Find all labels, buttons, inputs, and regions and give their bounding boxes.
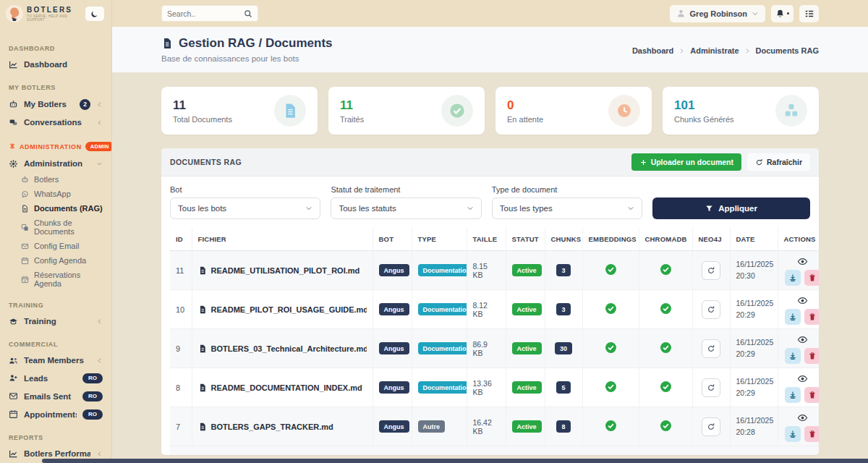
neo4j-sync-button[interactable]: [702, 300, 720, 319]
status-badge: Active: [512, 303, 542, 315]
cell-file[interactable]: README_PILOT_ROI_USAGE_GUIDE.md: [198, 305, 367, 314]
refresh-button[interactable]: Rafraîchir: [747, 153, 810, 171]
chevron-down-icon: [467, 205, 474, 212]
filter-select-statut-de-traitement[interactable]: Tous les statuts: [331, 197, 481, 219]
chunks-badge: 5: [556, 381, 570, 394]
table-row: 10README_PILOT_ROI_USAGE_GUIDE.mdAngusDo…: [170, 290, 819, 329]
brand-logo[interactable]: BOTLERS TO SERVE, HELP AND SUPPORT: [6, 5, 85, 22]
filter-select-bot[interactable]: Tous les bots: [170, 197, 320, 219]
panel-actions: Uploader un document Rafraîchir: [631, 153, 810, 171]
download-button[interactable]: [785, 270, 801, 286]
file-name: README_UTILISATION_PILOT_ROI.md: [211, 266, 360, 275]
breadcrumb-dashboard[interactable]: Dashboard: [632, 46, 673, 55]
cell-file[interactable]: README_UTILISATION_PILOT_ROI.md: [198, 266, 367, 275]
sidebar-item-appointments[interactable]: AppointmentsRO: [0, 405, 111, 423]
view-button[interactable]: [796, 294, 809, 307]
check-circle-icon: [605, 341, 617, 354]
calendar-icon: [9, 409, 18, 419]
download-button[interactable]: [785, 309, 801, 325]
view-button[interactable]: [796, 334, 809, 346]
apply-filters-button[interactable]: Appliquer: [652, 197, 810, 219]
cell-size: 16.42 KB: [467, 407, 506, 446]
delete-button[interactable]: [804, 348, 819, 364]
filter-statut-de-traitement: Statut de traitementTous les statuts: [331, 185, 481, 219]
view-button[interactable]: [796, 373, 809, 385]
sidebar-item-training[interactable]: Training: [0, 313, 111, 330]
sidebar-section-label: ADMINISTRATIONADMIN: [0, 136, 111, 155]
breadcrumb: Dashboard Administrate Documents RAG: [632, 46, 819, 55]
cell-file[interactable]: BOTLERS_GAPS_TRACKER.md: [198, 422, 367, 431]
sidebar-item-dashboard[interactable]: Dashboard: [0, 56, 111, 73]
upload-document-button[interactable]: Uploader un document: [631, 153, 741, 171]
sidebar-subitem-label: Réservations Agenda: [34, 271, 103, 288]
sidebar-item-label: Emails Sent: [24, 392, 77, 401]
sidebar-item-my-botlers[interactable]: My Botlers2: [0, 95, 111, 114]
cell-type: Documentation: [412, 251, 467, 290]
filter-value: Tous les bots: [178, 204, 226, 213]
cell-status: Active: [506, 290, 545, 329]
notifications-button[interactable]: [771, 5, 793, 22]
cell-bot: Angus: [373, 329, 412, 368]
neo4j-sync-button[interactable]: [702, 378, 720, 397]
horizontal-scrollbar[interactable]: [42, 459, 868, 463]
neo4j-sync-button[interactable]: [702, 261, 720, 280]
delete-button[interactable]: [804, 270, 819, 286]
sidebar-item-team-members[interactable]: Team Members: [0, 352, 111, 369]
stat-value: 11: [340, 98, 364, 113]
cell-actions: [778, 251, 819, 290]
download-button[interactable]: [785, 426, 801, 442]
search-input[interactable]: [167, 9, 240, 18]
gear-icon: [9, 159, 18, 169]
column-header-chunks: CHUNKS: [545, 228, 582, 251]
delete-button[interactable]: [804, 426, 819, 442]
cell-neo4j: [692, 407, 730, 446]
documents-panel: DOCUMENTS RAG Uploader un document Rafra…: [161, 148, 819, 455]
table-row-partial: [170, 446, 819, 455]
check-circle-icon: [660, 302, 672, 315]
cell-type: Documentation: [412, 290, 467, 329]
user-menu-button[interactable]: Greg Robinson: [670, 5, 765, 22]
cell-status: Active: [506, 368, 545, 407]
download-button[interactable]: [785, 387, 801, 403]
type-badge: Documentation: [418, 264, 467, 276]
view-button[interactable]: [796, 255, 809, 268]
cell-file[interactable]: BOTLERS_03_Technical_Architecture.md: [198, 344, 367, 353]
chat-icon: [9, 118, 18, 127]
cell-chromadb: [639, 368, 692, 407]
filter-select-type-de-document[interactable]: Tous les types: [492, 197, 642, 219]
sidebar-item-leads[interactable]: LeadsRO: [0, 369, 111, 387]
check-circle-icon: [605, 263, 617, 276]
cell-date: 16/11/202520:30: [730, 251, 778, 290]
dark-mode-toggle[interactable]: [85, 7, 104, 21]
breadcrumb-administrate[interactable]: Administrate: [690, 46, 739, 55]
sidebar-subitem-chunks-de-documents[interactable]: Chunks de Documents: [0, 216, 111, 239]
apps-menu-button[interactable]: [799, 5, 819, 22]
cell-file[interactable]: README_DOCUMENTATION_INDEX.md: [198, 383, 367, 392]
delete-button[interactable]: [804, 387, 819, 403]
neo4j-sync-button[interactable]: [702, 417, 720, 436]
delete-button[interactable]: [804, 309, 819, 325]
cubes-icon: [775, 95, 807, 127]
sidebar-subitem-botlers[interactable]: Botlers: [0, 172, 111, 187]
cell-status: Active: [506, 251, 545, 290]
sidebar-subitem-whatsapp[interactable]: WhatsApp: [0, 187, 111, 201]
table-row: 7BOTLERS_GAPS_TRACKER.mdAngusAutre16.42 …: [170, 407, 819, 446]
chevron-right-icon: [678, 48, 685, 54]
search-icon[interactable]: [244, 9, 252, 18]
sidebar-item-conversations[interactable]: Conversations: [0, 114, 111, 131]
neo4j-sync-button[interactable]: [702, 339, 720, 358]
sidebar-subitem-config-email[interactable]: Config Email: [0, 239, 111, 253]
download-button[interactable]: [785, 348, 801, 364]
chevron-right-icon: [744, 48, 751, 54]
sidebar-item-administration[interactable]: Administration: [0, 155, 111, 172]
sidebar-subitem-config-agenda[interactable]: Config Agenda: [0, 253, 111, 268]
view-button[interactable]: [796, 412, 809, 424]
stat-card-chunks-g-n-r-s: 101Chunks Générés: [663, 87, 819, 135]
sidebar-item-emails-sent[interactable]: Emails SentRO: [0, 387, 111, 405]
sidebar-subitem-documents-rag[interactable]: Documents (RAG): [0, 201, 111, 216]
sidebar-section-label: COMMERCIAL: [0, 335, 111, 352]
bot-badge: Angus: [379, 420, 409, 433]
cell-chromadb: [639, 407, 692, 446]
sidebar-subitem-r-servations-agenda[interactable]: Réservations Agenda: [0, 268, 111, 291]
panel-header: DOCUMENTS RAG Uploader un document Rafra…: [161, 148, 819, 177]
